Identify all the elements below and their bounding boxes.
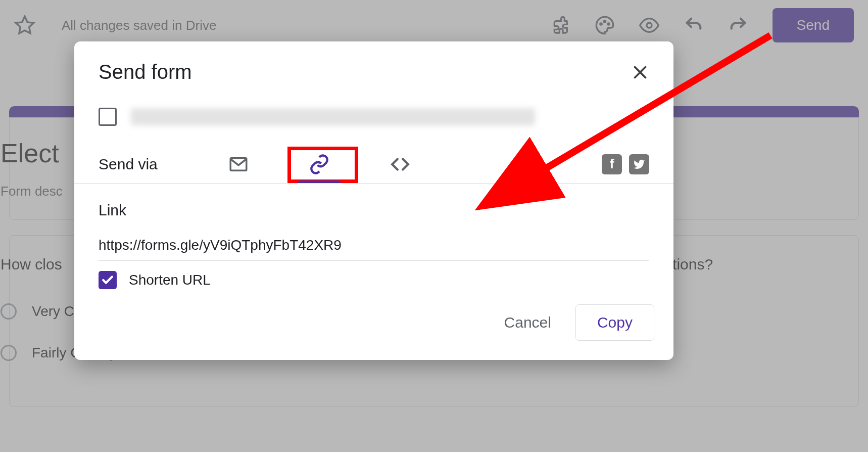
copy-button[interactable]: Copy [575,304,654,341]
send-via-tabs: Send via f [74,140,673,184]
link-section: Link [74,184,673,261]
collect-emails-row[interactable] [74,83,673,140]
shorten-url-label: Shorten URL [129,272,211,288]
shorten-url-row[interactable]: Shorten URL [74,261,673,289]
link-url-field[interactable] [99,234,649,261]
checkbox-checked-icon[interactable] [99,271,117,289]
tab-link[interactable] [279,145,360,183]
cancel-button[interactable]: Cancel [504,314,551,331]
send-form-dialog: Send form Send via f Link [74,41,673,360]
facebook-icon[interactable]: f [602,154,622,174]
close-icon[interactable] [631,63,649,81]
link-section-title: Link [99,202,649,219]
dialog-title: Send form [99,61,192,83]
social-share: f [602,154,649,174]
tab-email[interactable] [198,145,279,183]
twitter-icon[interactable] [629,154,649,174]
send-via-label: Send via [99,156,158,173]
tab-embed[interactable] [360,145,441,183]
dialog-actions: Cancel Copy [74,289,673,360]
redacted-text [131,108,535,125]
checkbox-unchecked-icon[interactable] [99,108,117,126]
